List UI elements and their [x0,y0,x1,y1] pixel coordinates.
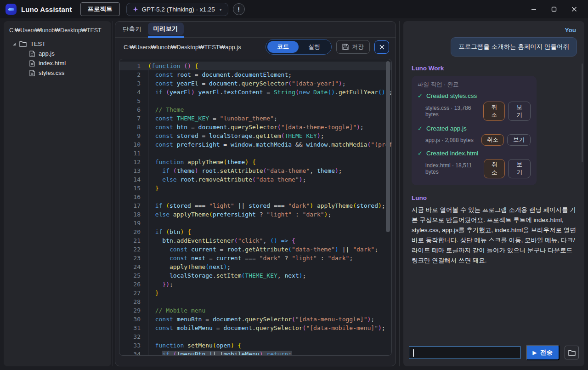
maximize-icon [551,6,557,12]
close-icon [571,6,577,12]
code-line-24: 24 applyTheme(next); [119,262,391,271]
line-number: 32 [124,332,141,341]
line-number: 3 [124,79,141,88]
message-input[interactable] [409,346,521,359]
code-line-1: 1(function () { [119,62,391,70]
chevron-down-icon: ▾ [220,7,222,12]
work-item-title: Created index.html [426,150,478,157]
code-line-31: 31 const mobileMenu = document.querySele… [119,324,391,332]
code-line-17: 17 if (stored === "light" || stored === … [119,201,391,210]
file-item-styles.css[interactable]: styles.css [4,68,111,78]
file-icon [29,70,35,76]
code-line-25: 25 localStorage.setItem(THEME_KEY, next)… [119,271,391,280]
line-number: 19 [124,219,141,228]
titlebar: Luno Assistant 프로젝트 GPT-5.2 (Thinking) ·… [0,0,588,18]
send-icon: ▶ [533,350,537,356]
project-root-path: C:₩Users₩lunob₩Desktop₩TEST [4,21,111,39]
line-number: 10 [124,140,141,149]
editor-tabs: 단축키 미리보기 [115,22,396,38]
code-line-32: 32 [119,332,391,341]
line-number: 8 [124,123,141,131]
view-button[interactable]: 보기 [508,159,531,178]
code-editor[interactable]: 1(function () {2 const root = document.d… [119,59,392,356]
code-line-13: 13 if (theme) root.setAttribute("data-th… [119,166,391,175]
code-line-33: 33 function setMenu(open) { [119,341,391,350]
code-line-15: 15 } [119,184,391,193]
check-icon: ✓ [418,92,423,99]
close-window-button[interactable] [564,2,584,17]
line-number: 18 [124,210,141,219]
tree-expander-icon[interactable] [13,43,16,46]
user-role-label: You [412,27,576,34]
run-mode-button[interactable]: 실행 [299,41,330,53]
line-number: 1 [124,62,141,70]
sparkle-icon [133,6,138,12]
file-name: styles.css [39,69,64,76]
line-number: 23 [124,254,141,262]
send-button[interactable]: ▶ 전송 [526,345,560,360]
right-splitter[interactable] [399,21,400,366]
file-icon [29,60,35,67]
code-mode-button[interactable]: 코드 [267,41,299,53]
line-number: 4 [124,88,141,97]
code-line-28: 28 [119,297,391,306]
code-line-9: 9 const stored = localStorage.getItem(TH… [119,131,391,140]
assistant-name-label: Luno [412,194,577,201]
left-splitter[interactable] [113,21,113,366]
project-button[interactable]: 프로젝트 [80,2,120,16]
work-item-title: Created styles.css [426,92,477,99]
alert-button[interactable]: ! [233,3,245,15]
tab-shortcuts[interactable]: 단축키 [123,22,141,37]
code-line-19: 19 [119,219,391,228]
cancel-button[interactable]: 취소 [481,134,504,146]
view-button[interactable]: 보기 [508,102,531,121]
line-number: 2 [124,70,141,79]
line-number: 27 [124,289,141,297]
code-line-20: 20 if (btn) { [119,228,391,236]
file-item-app.js[interactable]: app.js [4,49,111,58]
minimize-button[interactable] [524,2,544,17]
model-selector-label: GPT-5.2 (Thinking) · x1.25 [142,6,215,13]
work-item-meta: index.html · 18,511 bytes [425,162,484,175]
code-line-8: 8 const btn = document.querySelector("[d… [119,123,391,131]
line-number: 30 [124,315,141,324]
line-number: 5 [124,97,141,105]
close-file-button[interactable] [374,40,389,54]
folder-icon [19,41,27,47]
attach-folder-button[interactable] [565,346,579,359]
line-number: 21 [124,236,141,245]
code-line-4: 4 if (yearEl) yearEl.textContent = Strin… [119,88,391,97]
code-line-7: 7 const THEME_KEY = "lunobar_theme"; [119,114,391,123]
work-item-title: Created app.js [426,125,467,132]
code-line-30: 30 const menuBtn = document.querySelecto… [119,315,391,324]
save-button[interactable]: 저장 [336,40,370,54]
maximize-button[interactable] [544,2,564,17]
line-number: 29 [124,306,141,315]
window-controls [524,2,584,17]
code-line-26: 26 }); [119,280,391,289]
line-number: 33 [124,341,141,350]
file-item-index.html[interactable]: index.html [4,58,111,68]
code-line-16: 16 [119,193,391,201]
work-item-list: ✓Created styles.cssstyles.css · 13,786 b… [418,92,531,178]
line-number: 9 [124,131,141,140]
model-selector-dropdown[interactable]: GPT-5.2 (Thinking) · x1.25 ▾ [126,3,228,16]
line-number: 28 [124,297,141,306]
view-button[interactable]: 보기 [507,134,531,146]
chat-scrollbar-thumb[interactable] [582,63,583,162]
cancel-button[interactable]: 취소 [483,102,505,121]
code-run-toggle: 코드 실행 [266,39,332,55]
code-line-10: 10 const prefersLight = window.matchMedi… [119,140,391,149]
folder-icon [568,350,576,356]
cancel-button[interactable]: 취소 [484,159,505,178]
editor-scrollbar-thumb[interactable] [386,61,390,232]
file-icon [29,51,35,57]
tab-preview[interactable]: 미리보기 [148,22,184,38]
line-number: 22 [124,245,141,254]
app-logo-icon [6,4,17,15]
work-item-meta: styles.css · 13,786 bytes [425,105,483,118]
line-number: 16 [124,193,141,201]
close-icon [379,45,384,50]
folder-item-TEST[interactable]: TEST [4,39,111,49]
work-status: 파일 작업 · 완료 [418,81,531,89]
